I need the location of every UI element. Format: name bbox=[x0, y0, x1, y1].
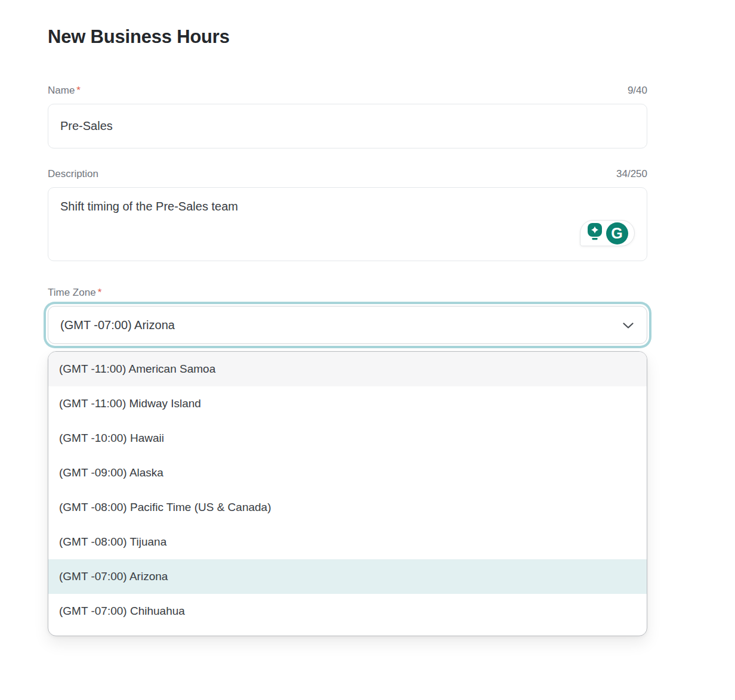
description-textarea[interactable]: Shift timing of the Pre-Sales team G bbox=[48, 187, 647, 261]
description-field-group: Description 34/250 Shift timing of the P… bbox=[48, 168, 647, 261]
timezone-label: Time Zone* bbox=[48, 287, 101, 299]
timezone-option[interactable]: (GMT -08:00) Pacific Time (US & Canada) bbox=[48, 490, 647, 525]
required-asterisk: * bbox=[76, 85, 81, 96]
timezone-field-group: Time Zone* (GMT -07:00) Arizona (GMT -11… bbox=[48, 287, 647, 636]
timezone-select[interactable]: (GMT -07:00) Arizona bbox=[48, 306, 647, 344]
description-char-counter: 34/250 bbox=[616, 168, 647, 180]
new-business-hours-form: New Business Hours Name* 9/40 Pre-Sales … bbox=[0, 0, 735, 660]
timezone-option[interactable]: (GMT -11:00) American Samoa bbox=[48, 352, 647, 386]
timezone-option[interactable]: (GMT -10:00) Hawaii bbox=[48, 421, 647, 456]
name-label: Name* bbox=[48, 85, 81, 97]
timezone-option[interactable]: (GMT -07:00) Chihuahua bbox=[48, 594, 647, 628]
required-asterisk: * bbox=[98, 287, 102, 298]
chevron-down-icon bbox=[623, 318, 634, 332]
description-label: Description bbox=[48, 168, 98, 180]
timezone-option[interactable]: (GMT -07:00) Arizona bbox=[48, 559, 647, 594]
timezone-label-row: Time Zone* bbox=[48, 287, 647, 299]
timezone-option[interactable]: (GMT -09:00) Alaska bbox=[48, 456, 647, 490]
grammarly-g-icon[interactable]: G bbox=[606, 222, 628, 244]
lightbulb-icon[interactable] bbox=[587, 222, 603, 244]
timezone-dropdown: (GMT -11:00) American Samoa(GMT -11:00) … bbox=[48, 351, 647, 636]
grammarly-widget[interactable]: G bbox=[580, 220, 635, 246]
name-field-group: Name* 9/40 Pre-Sales bbox=[48, 85, 647, 148]
name-input-value: Pre-Sales bbox=[60, 119, 113, 133]
timezone-option[interactable]: (GMT -11:00) Midway Island bbox=[48, 386, 647, 421]
timezone-selected-value: (GMT -07:00) Arizona bbox=[60, 318, 175, 332]
timezone-label-text: Time Zone bbox=[48, 287, 96, 298]
name-char-counter: 9/40 bbox=[628, 85, 647, 97]
description-label-row: Description 34/250 bbox=[48, 168, 647, 180]
page-title: New Business Hours bbox=[48, 26, 647, 48]
name-label-text: Name bbox=[48, 85, 75, 96]
description-value: Shift timing of the Pre-Sales team bbox=[60, 200, 238, 213]
name-label-row: Name* 9/40 bbox=[48, 85, 647, 97]
name-input[interactable]: Pre-Sales bbox=[48, 104, 647, 148]
timezone-option[interactable]: (GMT -08:00) Tijuana bbox=[48, 525, 647, 559]
